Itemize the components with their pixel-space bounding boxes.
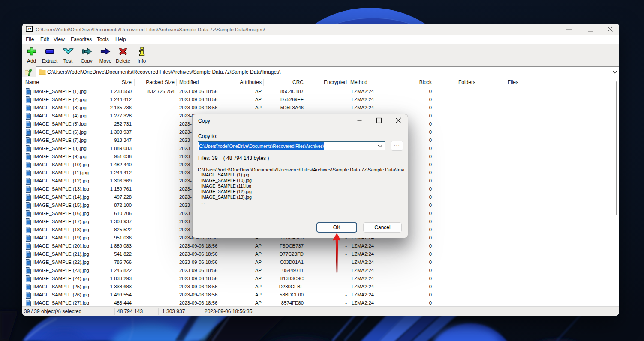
svg-text:7z: 7z <box>27 27 31 31</box>
